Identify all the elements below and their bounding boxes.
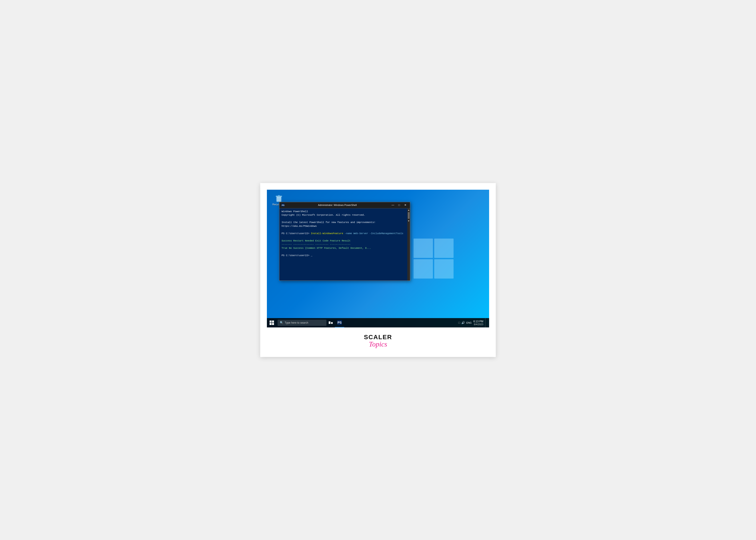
notifications-icon[interactable]: □ [458,321,460,324]
ps-app-icon: PS [337,320,342,325]
svg-text:PS: PS [282,204,284,206]
branding-scaler: SCALER [364,334,392,340]
start-icon [269,321,274,325]
volume-icon[interactable]: 🔊 [461,321,465,324]
ps-line-10 [282,250,405,254]
language-indicator[interactable]: ENG [466,322,472,324]
task-view-icon [329,321,333,324]
branding: SCALER Topics [364,334,392,350]
scroll-thumb[interactable] [408,212,409,219]
recycle-bin-svg [275,194,283,202]
start-button[interactable] [267,318,277,328]
ps-titlebar-icon: PS [281,203,285,207]
ps-line-6: PS C:\Users\user22> Install-WindowsFeatu… [282,232,405,235]
search-icon: 🔍 [280,321,283,324]
taskbar-search[interactable]: 🔍 Type here to search [278,320,326,326]
ps-line-5 [282,228,405,232]
task-view-button[interactable] [326,318,335,328]
maximize-button[interactable]: □ [396,203,402,207]
powershell-content[interactable]: Windows PowerShell Copyright (C) Microso… [279,208,407,281]
scroll-up-arrow[interactable]: ▲ [407,209,410,211]
window-controls: — □ ✕ [390,203,408,207]
taskbar-clock[interactable]: 6:13 PM 8/4/2023 [473,320,483,326]
ps-line-9: True No Success {Common HTTP Features, D… [282,246,405,250]
ps-line-7 [282,235,405,239]
system-tray: □ 🔊 ENG [458,321,472,324]
screenshot-frame: Recycle Bin PS Administrator: Windows Po… [260,183,496,357]
powershell-window[interactable]: PS Administrator: Windows PowerShell — □… [279,202,410,281]
close-button[interactable]: ✕ [402,203,408,207]
ps-content-scroll: Windows PowerShell Copyright (C) Microso… [279,208,410,281]
taskbar-powershell-app[interactable]: PS [335,318,344,328]
windows-logo-watermark [413,238,454,279]
ps-line-2: Copyright (C) Microsoft Corporation. All… [282,213,405,217]
show-desktop-button[interactable] [485,318,487,328]
ps-line-3 [282,217,405,221]
powershell-title: Administrator: Windows PowerShell [286,204,389,206]
minimize-button[interactable]: — [390,203,396,207]
ps-scrollbar[interactable]: ▲ ▼ [407,208,410,281]
powershell-titlebar: PS Administrator: Windows PowerShell — □… [279,202,410,208]
ps-line-8-header: Success Restart Needed Exit Code Feature… [282,239,405,243]
desktop: Recycle Bin PS Administrator: Windows Po… [267,190,489,328]
svg-rect-2 [278,195,280,196]
clock-date: 8/4/2023 [473,323,483,326]
ps-line-11: PS C:\Users\user22> _ [282,254,405,257]
taskbar-right: □ 🔊 ENG 6:13 PM 8/4/2023 [458,318,489,328]
branding-topics: Topics [369,340,387,348]
scroll-down-arrow[interactable]: ▼ [407,220,410,222]
svg-line-5 [280,198,280,201]
taskbar: 🔍 Type here to search PS □ 🔊 ENG [267,318,489,328]
clock-time: 6:13 PM [473,320,483,323]
ps-line-8-dashes: ------- -------------- --------- -------… [282,242,405,246]
search-placeholder: Type here to search [285,321,308,324]
ps-line-1: Windows PowerShell [282,210,405,213]
ps-line-4: Install the latest PowerShell for new fe… [282,220,405,228]
